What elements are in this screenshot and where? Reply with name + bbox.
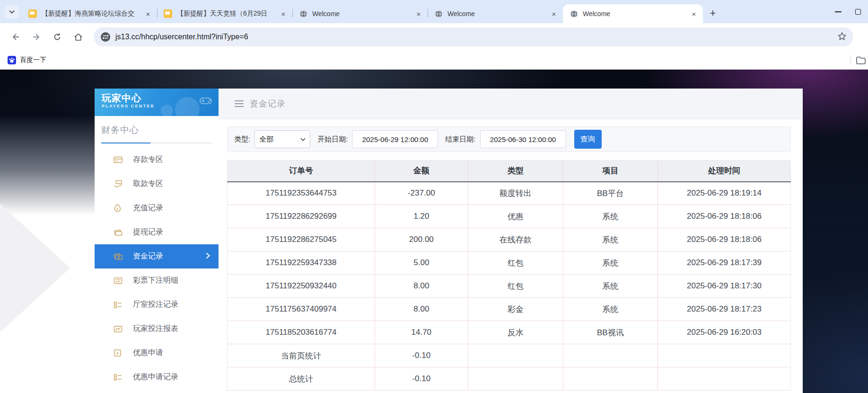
table-cell: 1751192353644753: [228, 182, 375, 205]
sidebar-item-hall-bet-records[interactable]: 厅室投注记录: [95, 293, 219, 317]
sidebar-item-deposit-zone[interactable]: 存款专区: [95, 148, 219, 172]
sidebar-item-withdrawal-records[interactable]: 提现记录: [95, 220, 219, 244]
table-cell: BB视讯: [563, 321, 658, 344]
tab-close-icon[interactable]: ×: [279, 9, 288, 18]
tab-welcome-1[interactable]: Welcome ×: [292, 4, 428, 23]
column-header: 处理时间: [658, 161, 790, 182]
menu-toggle-icon[interactable]: [235, 100, 244, 107]
baidu-paw-icon: [8, 56, 16, 64]
sidebar-item-lottery-bet-details[interactable]: 彩票下注明细: [95, 268, 219, 293]
tab-close-icon[interactable]: ×: [414, 9, 423, 18]
bookmark-label: 百度一下: [20, 56, 46, 64]
end-date-input[interactable]: [480, 130, 566, 148]
type-label: 类型:: [234, 135, 250, 144]
table-row: 17511922862926991.20优惠系统2025-06-29 18:18…: [228, 205, 791, 228]
table-cell: 2025-06-29 18:17:39: [658, 251, 790, 275]
sidebar-header: 玩家中心 PLAYERS CENTER: [95, 89, 219, 116]
column-header: 项目: [563, 161, 658, 182]
browser-toolbar: js13.cc/hhcp/usercenter.html?iniType=6: [0, 23, 868, 51]
table-cell: 1751192286292699: [228, 205, 375, 228]
column-header: 金额: [375, 161, 468, 182]
folder-icon[interactable]: [856, 56, 866, 65]
reload-button[interactable]: [48, 28, 66, 46]
chat-favicon-icon: [164, 9, 172, 18]
tab-welcome-2[interactable]: Welcome ×: [428, 4, 563, 23]
table-cell: 200.00: [375, 228, 468, 251]
sidebar-item-player-bet-report[interactable]: 玩家投注报表: [95, 317, 219, 341]
funds-table-body: 1751192353644753-237.00额度转出BB平台2025-06-2…: [228, 182, 791, 391]
table-cell: -0.10: [375, 367, 468, 391]
url-text: js13.cc/hhcp/usercenter.html?iniType=6: [115, 33, 248, 41]
table-cell: [563, 367, 658, 391]
sidebar-item-label: 厅室投注记录: [133, 300, 178, 310]
document-lines-icon: [114, 277, 123, 285]
site-info-icon[interactable]: [100, 32, 111, 42]
funds-table-head: 订单号金额类型项目处理时间: [228, 161, 791, 182]
table-cell: 8.00: [375, 275, 468, 298]
sidebar-item-fund-records[interactable]: 资金记录: [95, 244, 219, 268]
tab-search-button[interactable]: [5, 5, 19, 18]
table-row: 总统计-0.10: [228, 367, 791, 391]
tab-haiyan[interactable]: 【新提醒】海燕策略论坛综合交 ×: [22, 4, 157, 23]
table-row: 当前页统计-0.10: [228, 344, 791, 367]
table-cell: BB平台: [563, 182, 658, 205]
sidebar-item-recharge-records[interactable]: ¥ 充值记录: [95, 196, 219, 220]
back-button[interactable]: [7, 28, 25, 46]
bookmark-baidu[interactable]: 百度一下: [8, 56, 46, 64]
funds-table-head-row: 订单号金额类型项目处理时间: [228, 161, 791, 182]
table-cell: 14.70: [375, 321, 468, 344]
table-cell: 2025-06-29 18:17:30: [658, 275, 790, 298]
table-cell: 8.00: [375, 298, 468, 321]
table-cell: 2025-06-29 18:18:06: [658, 205, 790, 228]
tab-close-icon[interactable]: ×: [144, 9, 152, 18]
tab-welcome-active[interactable]: Welcome ×: [563, 4, 703, 23]
page-title: 资金记录: [250, 98, 286, 109]
reload-icon: [53, 32, 62, 42]
table-cell: 红包: [468, 251, 563, 275]
table-cell: 1751192259347338: [228, 251, 375, 275]
tab-title: Welcome: [583, 10, 690, 18]
sidebar-item-promo-apply-records[interactable]: 优惠申请记录: [95, 365, 219, 389]
minimize-button[interactable]: [828, 2, 848, 21]
maximize-button[interactable]: [848, 2, 868, 21]
globe-favicon-icon: [434, 9, 443, 18]
url-bar[interactable]: js13.cc/hhcp/usercenter.html?iniType=6: [94, 27, 853, 46]
table-cell: 2025-06-29 18:19:14: [658, 182, 790, 205]
new-tab-button[interactable]: +: [706, 6, 720, 20]
sidebar-item-promo-apply[interactable]: ¥ 优惠申请: [95, 341, 219, 365]
type-select-value: 全部: [259, 135, 273, 144]
sidebar-section: 财务中心: [95, 116, 219, 143]
table-cell: 2025-06-29 18:18:06: [658, 228, 790, 251]
browser-window: 【新提醒】海燕策略论坛综合交 × 【新提醒】天天竞猜（6月29日 × Welco…: [0, 0, 868, 393]
table-cell: 在线存款: [468, 228, 563, 251]
report-chart-icon: [114, 325, 123, 333]
table-row: 17511922593473385.00红包系统2025-06-29 18:17…: [228, 251, 791, 275]
tab-close-icon[interactable]: ×: [690, 9, 698, 18]
table-cell: 当前页统计: [228, 344, 375, 367]
tab-title: 【新提醒】海燕策略论坛综合交: [42, 9, 144, 18]
tab-tiantian[interactable]: 【新提醒】天天竞猜（6月29日 ×: [157, 4, 292, 23]
globe-favicon-icon: [299, 9, 307, 18]
tab-strip: 【新提醒】海燕策略论坛综合交 × 【新提醒】天天竞猜（6月29日 × Welco…: [0, 0, 868, 23]
globe-favicon-icon: [570, 9, 578, 18]
table-row: 17511922509324408.00红包系统2025-06-29 18:17…: [228, 275, 791, 298]
table-cell: 5.00: [375, 251, 468, 275]
home-button[interactable]: [69, 28, 87, 46]
type-select[interactable]: 全部: [254, 130, 310, 148]
table-cell: [563, 344, 658, 367]
home-icon: [73, 32, 83, 42]
tab-title: Welcome: [312, 10, 414, 18]
window-controls: [828, 0, 868, 23]
table-cell: 彩金: [468, 298, 563, 321]
table-cell: 1751192286275045: [228, 228, 375, 251]
bookmark-star-icon[interactable]: [837, 32, 847, 43]
content-header: 资金记录: [219, 89, 803, 119]
back-arrow-icon: [11, 32, 20, 42]
sidebar-item-withdraw-zone[interactable]: 取款专区: [95, 172, 219, 196]
start-date-input[interactable]: [352, 130, 438, 148]
tab-title: Welcome: [447, 10, 550, 18]
tab-close-icon[interactable]: ×: [550, 9, 558, 18]
deposit-card-icon: [114, 156, 123, 164]
forward-button[interactable]: [27, 28, 45, 46]
query-button[interactable]: 查询: [574, 130, 602, 149]
